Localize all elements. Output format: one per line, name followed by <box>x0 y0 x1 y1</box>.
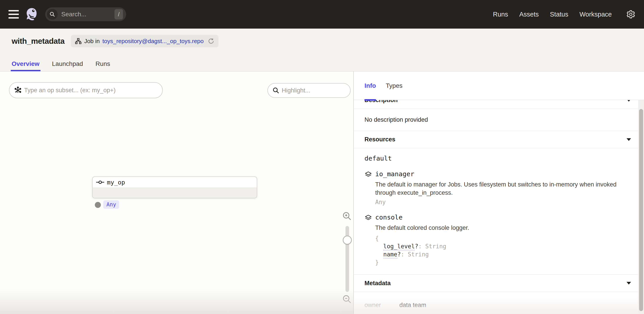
metadata-value: data team <box>399 302 426 309</box>
main-content: my_op Any Info Types D <box>0 71 644 314</box>
schema-open-brace: { <box>375 234 469 242</box>
op-subset-input[interactable] <box>10 83 162 98</box>
global-search[interactable]: Search... / <box>45 7 126 21</box>
resource-item-io-manager: io_manager The default io manager for Jo… <box>364 170 626 205</box>
resource-name: console <box>375 213 469 221</box>
layers-icon <box>364 171 372 205</box>
nav-link-status[interactable]: Status <box>550 11 568 18</box>
job-in-label: Job in <box>84 38 100 45</box>
info-panel: Info Types Description No description pr… <box>354 71 644 314</box>
dagster-logo-icon[interactable] <box>24 7 39 22</box>
metadata-row-owner: owner data team <box>364 302 633 309</box>
metadata-title: Metadata <box>364 280 391 287</box>
repository-link[interactable]: toys_repository@dagst..._op_toys.repo <box>102 38 204 45</box>
op-node-name: my_op <box>107 179 125 186</box>
op-selector-icon <box>14 86 22 94</box>
info-panel-scrollbar[interactable] <box>638 100 644 314</box>
search-shortcut-key: / <box>114 9 123 19</box>
tab-launchpad[interactable]: Launchpad <box>52 60 83 71</box>
refresh-icon[interactable] <box>208 38 214 44</box>
schema-close-brace: } <box>375 258 469 266</box>
zoom-in-icon[interactable] <box>342 211 352 221</box>
scrollbar-thumb[interactable] <box>639 109 643 311</box>
chevron-down-icon <box>626 282 631 285</box>
nav-link-runs[interactable]: Runs <box>493 11 508 18</box>
resource-type: Any <box>375 199 626 205</box>
section-header-metadata[interactable]: Metadata <box>354 275 644 292</box>
hamburger-menu-icon[interactable] <box>8 10 19 18</box>
schema-field: name?: String <box>375 250 469 258</box>
schema-field-name[interactable]: name <box>383 251 397 258</box>
job-location-pill: Job in toys_repository@dagst..._op_toys.… <box>71 35 218 47</box>
resources-title: Resources <box>364 136 395 143</box>
nav-link-workspace[interactable]: Workspace <box>580 11 612 18</box>
output-type-tag[interactable]: Any <box>103 200 119 209</box>
tab-info[interactable]: Info <box>364 71 376 100</box>
section-header-description[interactable]: Description <box>354 100 644 109</box>
nav-link-assets[interactable]: Assets <box>519 11 539 18</box>
highlight-input[interactable] <box>268 84 350 97</box>
tab-runs[interactable]: Runs <box>96 60 110 71</box>
settings-gear-icon[interactable] <box>626 9 636 19</box>
op-node-my-op[interactable]: my_op <box>92 176 257 198</box>
op-node-config-strip <box>92 188 257 198</box>
search-placeholder: Search... <box>61 11 86 18</box>
resource-group-name: default <box>364 155 626 162</box>
resource-name: io_manager <box>375 170 626 178</box>
info-panel-tabs: Info Types <box>354 71 644 100</box>
metadata-key: owner <box>364 302 399 309</box>
top-navbar: Search... / Runs Assets Status Workspace <box>0 0 644 29</box>
info-panel-scroll-area: Description No description provided Reso… <box>354 100 644 314</box>
schema-field-name[interactable]: log_level <box>383 243 415 250</box>
metadata-section: Metadata owner data team link https://da… <box>354 275 644 314</box>
zoom-slider-knob[interactable] <box>343 236 352 245</box>
tab-overview[interactable]: Overview <box>12 60 40 71</box>
page-header: with_metadata Job in toys_repository@dag… <box>0 29 644 71</box>
schema-field-type: : String <box>418 243 446 250</box>
schema-field: log_level?: String <box>375 242 469 250</box>
resource-item-console: console The default colored console logg… <box>364 213 626 266</box>
zoom-out-icon[interactable] <box>342 294 352 304</box>
search-icon <box>47 9 58 20</box>
chevron-down-icon <box>626 100 631 102</box>
resources-block: default io_manager The default io manage… <box>354 148 644 266</box>
op-icon <box>96 180 104 184</box>
schema-field-type: : String <box>401 251 429 258</box>
output-port-dot <box>95 202 101 208</box>
page-title: with_metadata <box>12 37 64 46</box>
highlight-input-wrap <box>268 83 350 98</box>
resource-description: The default colored console logger. <box>375 224 469 232</box>
page-tabs: Overview Launchpad Runs <box>12 60 644 71</box>
config-schema: { log_level?: String name?: String } <box>375 234 469 266</box>
job-graph-icon <box>75 38 82 44</box>
op-subset-input-wrap <box>9 82 163 98</box>
layers-icon <box>364 214 372 266</box>
highlight-search-icon <box>272 87 280 94</box>
description-body: No description provided <box>354 109 644 131</box>
chevron-down-icon <box>626 138 631 141</box>
metadata-table: owner data team link https://dagster.io <box>354 292 644 314</box>
tab-types[interactable]: Types <box>386 71 402 100</box>
section-header-resources[interactable]: Resources <box>354 131 644 148</box>
op-graph-panel: my_op Any <box>0 71 354 314</box>
resource-description: The default io manager for Jobs. Uses fi… <box>375 180 626 197</box>
nav-links: Runs Assets Status Workspace <box>493 9 636 19</box>
